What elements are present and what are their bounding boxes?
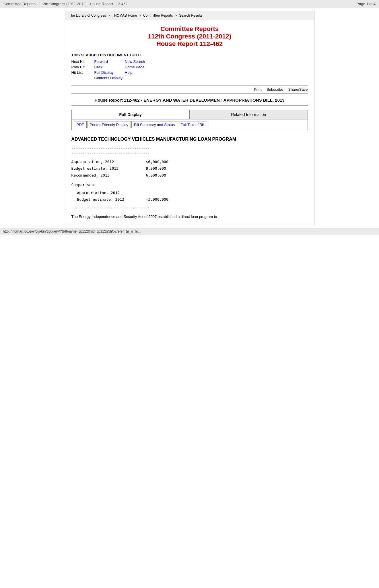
sharesave-link[interactable]: Share/Save <box>288 87 308 92</box>
breadcrumb-sep-3: > <box>175 13 177 18</box>
page-wrapper: The Library of Congress > THOMAS Home > … <box>65 11 314 225</box>
search-nav-label: THIS SEARCH THIS DOCUMENT GOTO <box>71 53 308 57</box>
nav-homepage-link[interactable]: Home Page <box>125 65 145 69</box>
data-row-0: Appropriation, 2012 $6,000,000 <box>71 158 308 165</box>
tab-full-display-label: Full Display <box>119 112 142 117</box>
data-label-2: Recommended, 2013 <box>71 172 146 179</box>
tabs-header: Full Display Related Information <box>72 110 308 119</box>
nav-row-prevhit: Prev Hit Back Home Page <box>71 64 147 70</box>
report-title-line1: Committee Reports <box>71 25 308 33</box>
comparison-item-value-1: -3,000,000 <box>146 196 168 203</box>
nav-label-empty <box>71 75 94 81</box>
report-title-line3: House Report 112-462 <box>71 40 308 48</box>
tab-link-bill-summary[interactable]: Bill Summary and Status <box>131 121 177 128</box>
tab-full-display[interactable]: Full Display <box>72 110 190 119</box>
breadcrumb-sep-2: > <box>139 13 141 18</box>
comparison-item-label-1: Budget estimate, 2013 <box>77 196 146 203</box>
comparison-header: Comparison: <box>71 181 308 188</box>
tools-bar: Print Subscribe Share/Save <box>71 85 308 94</box>
dashes-1: ----------------------------------- <box>71 146 308 150</box>
report-title-line2: 112th Congress (2011-2012) <box>71 33 308 40</box>
data-value-2: 6,000,000 <box>146 172 166 179</box>
browser-title-bar: Committee Reports - 112th Congress (2011… <box>0 0 379 8</box>
nav-newsearch-link-cell: New Search <box>125 59 147 64</box>
page-info: Page 1 of 4 <box>357 2 376 6</box>
nav-back-link[interactable]: Back <box>94 65 103 69</box>
tabs-container: Full Display Related Information PDF Pri… <box>71 110 308 130</box>
nav-label-prevhit: Prev Hit <box>71 64 94 70</box>
print-link[interactable]: Print <box>254 87 262 92</box>
nav-forward-link[interactable]: Forward <box>94 59 108 64</box>
breadcrumb-thomas-home[interactable]: THOMAS Home <box>112 13 137 18</box>
nav-fulldisplay-link-cell: Full Display <box>94 70 125 75</box>
nav-row-hitlist: Hit List Full Display Help <box>71 70 147 75</box>
data-row-2: Recommended, 2013 6,000,000 <box>71 172 308 179</box>
subscribe-link[interactable]: Subscribe <box>267 87 283 92</box>
nav-back-link-cell: Back <box>94 64 125 70</box>
tab-link-pdf[interactable]: PDF <box>74 121 87 128</box>
comparison-item-label-0: Appropriation, 2012 <box>77 189 146 196</box>
tab-related-information[interactable]: Related Information <box>190 110 308 119</box>
dashes-3: ----------------------------------- <box>71 206 308 210</box>
tab-links-row: PDF Printer Friendly Display Bill Summar… <box>72 119 308 130</box>
full-text-link[interactable]: Full Text of Bill <box>180 123 205 127</box>
report-header: Committee Reports 112th Congress (2011-2… <box>71 25 308 48</box>
data-row-1: Budget estimate, 2013 9,000,000 <box>71 165 308 172</box>
bill-summary-link[interactable]: Bill Summary and Status <box>134 123 175 127</box>
nav-contentsdisplay-link[interactable]: Contents Display <box>94 76 123 80</box>
tab-link-printer-friendly[interactable]: Printer Friendly Display <box>87 121 131 128</box>
breadcrumb-library[interactable]: The Library of Congress <box>69 13 106 18</box>
nav-fulldisplay-link[interactable]: Full Display <box>94 70 114 75</box>
comparison-row-0: Appropriation, 2012 <box>71 189 308 196</box>
nav-empty-cell <box>125 75 147 81</box>
browser-title-text: Committee Reports - 112th Congress (2011… <box>3 2 128 6</box>
breadcrumb: The Library of Congress > THOMAS Home > … <box>65 11 314 20</box>
doc-section-title: ADVANCED TECHNOLOGY VEHICLES MANUFACTURI… <box>71 137 308 142</box>
status-url: http://thomas.loc.gov/cgi-bin/cpquery/?&… <box>3 229 141 233</box>
nav-row-contents: Contents Display <box>71 75 147 81</box>
data-label-1: Budget estimate, 2013 <box>71 165 146 172</box>
dashes-2: ----------------------------------- <box>71 151 308 156</box>
nav-forward-link-cell: Forward <box>94 59 125 64</box>
nav-label-nexthit: Next Hit <box>71 59 94 64</box>
status-bar: http://thomas.loc.gov/cgi-bin/cpquery/?&… <box>0 228 379 235</box>
search-nav-table: Next Hit Forward New Search Prev Hit Bac… <box>71 59 147 81</box>
printer-friendly-link[interactable]: Printer Friendly Display <box>90 123 128 127</box>
nav-contentsdisplay-link-cell: Contents Display <box>94 75 125 81</box>
comparison-row-1: Budget estimate, 2013 -3,000,000 <box>71 196 308 203</box>
body-text: The Energy Independence and Security Act… <box>71 214 308 220</box>
nav-newsearch-link[interactable]: New Search <box>125 59 145 64</box>
nav-help-link-cell: Help <box>125 70 147 75</box>
nav-homepage-link-cell: Home Page <box>125 64 147 70</box>
comparison-section: Comparison: Appropriation, 2012 Budget e… <box>71 181 308 203</box>
data-label-0: Appropriation, 2012 <box>71 158 146 165</box>
nav-label-hitlist: Hit List <box>71 70 94 75</box>
main-content: Committee Reports 112th Congress (2011-2… <box>65 20 314 225</box>
nav-row-nexthit: Next Hit Forward New Search <box>71 59 147 64</box>
nav-help-link[interactable]: Help <box>125 70 133 75</box>
report-title-section: House Report 112-462 - ENERGY AND WATER … <box>71 98 308 106</box>
tab-link-full-text[interactable]: Full Text of Bill <box>178 121 207 128</box>
data-table-section: Appropriation, 2012 $6,000,000 Budget es… <box>71 158 308 179</box>
data-value-1: 9,000,000 <box>146 165 166 172</box>
pdf-link[interactable]: PDF <box>77 123 84 127</box>
report-full-title: House Report 112-462 - ENERGY AND WATER … <box>94 98 284 102</box>
breadcrumb-committee-reports[interactable]: Committee Reports <box>143 13 173 18</box>
search-nav-section: THIS SEARCH THIS DOCUMENT GOTO Next Hit … <box>71 53 308 81</box>
data-value-0: $6,000,000 <box>146 158 168 165</box>
tab-related-information-label: Related Information <box>231 112 266 117</box>
doc-section: ADVANCED TECHNOLOGY VEHICLES MANUFACTURI… <box>71 137 308 220</box>
breadcrumb-search-results[interactable]: Search Results <box>179 13 202 18</box>
breadcrumb-sep-1: > <box>108 13 110 18</box>
